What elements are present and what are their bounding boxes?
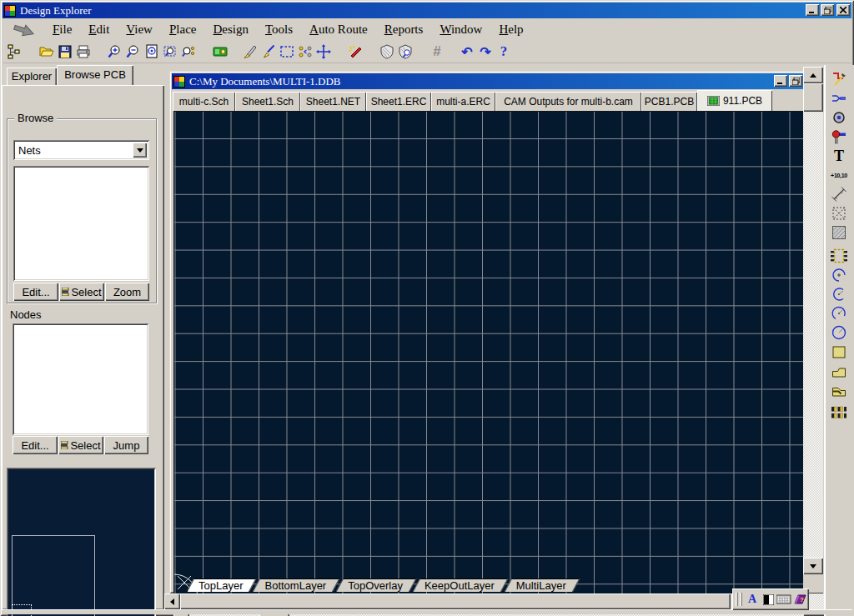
place-arc-edge-button[interactable] [828,267,850,283]
help-book-button[interactable]: ? [792,592,807,607]
menu-window[interactable]: Window [431,21,490,39]
place-room-button[interactable] [828,205,850,222]
redo-button[interactable]: ↷ [476,43,495,61]
board-preview-frame [7,468,156,616]
menu-file[interactable]: File [44,21,80,39]
scroll-left-button[interactable] [164,593,180,609]
menu-view[interactable]: View [118,21,161,39]
place-split-plane-button[interactable] [828,382,850,398]
place-track-button[interactable] [828,90,850,107]
nodes-select-button[interactable]: Select [58,436,103,454]
move-button[interactable] [314,43,333,61]
nodes-listbox[interactable] [13,323,148,435]
restore-button[interactable] [821,4,834,16]
update-library-button[interactable] [378,43,396,61]
layer-tab-bottomlayer[interactable]: BottomLayer [254,578,337,592]
file-tab-sheet1-net[interactable]: Sheet1.NET [300,92,366,111]
nodes-edit-button[interactable]: Edit... [13,436,58,454]
break-track-button[interactable] [259,43,278,61]
place-string-button[interactable]: T [828,148,850,164]
document-titlebar[interactable]: C:\My Documents\MULTI-1.DDB [172,73,821,89]
place-pad-button[interactable] [828,109,850,126]
file-tab-multi-a-erc[interactable]: multi-a.ERC [431,92,495,111]
nodes-jump-button[interactable]: Jump [104,436,148,454]
file-tab-sheet1-erc[interactable]: Sheet1.ERC [366,92,431,111]
contrast-toggle-button[interactable] [761,592,776,607]
explorer-panel-toggle-button[interactable] [6,43,24,61]
file-tab-multi-c-sch[interactable]: multi-c.Sch [173,92,235,111]
app-titlebar[interactable]: Design Explorer [3,3,851,18]
place-component-button[interactable] [828,248,850,264]
combo-dropdown-button[interactable] [133,143,147,158]
toolbar-grip-handle[interactable] [740,593,742,606]
toolbar-grip-handle[interactable] [736,593,738,606]
clear-selection-button[interactable] [296,43,314,61]
nets-listbox[interactable] [13,166,149,281]
menu-help[interactable]: Help [490,21,531,39]
place-fill-hatched-button[interactable] [828,224,850,241]
place-via-button[interactable] [828,128,850,145]
zoom-in-button[interactable] [106,43,124,61]
file-tab-sheet1-sch[interactable]: Sheet1.Sch [235,92,300,111]
pcb-editor-canvas[interactable] [173,111,804,598]
nets-edit-button[interactable]: Edit... [13,283,58,301]
document-file-tabs: multi-c.Sch Sheet1.Sch Sheet1.NET Sheet1… [173,90,821,111]
interactive-routing-button[interactable] [828,71,850,88]
place-arc-any-angle-button[interactable] [828,305,850,322]
text-mode-button[interactable]: A [745,592,760,607]
scroll-up-button[interactable] [803,67,823,83]
menu-grip-icon[interactable] [13,23,38,37]
browse-mode-combobox[interactable]: Nets [13,140,149,160]
place-dimension-button[interactable] [828,186,850,203]
place-polygon-plane-button[interactable] [828,363,850,379]
tab-explorer[interactable]: Explorer [7,68,57,85]
scroll-thumb[interactable] [180,593,731,609]
wizard-button[interactable] [346,43,364,61]
menu-design[interactable]: Design [204,21,257,39]
nets-select-button[interactable]: Select [59,283,104,301]
file-tab-cam-outputs[interactable]: CAM Outputs for multi-b.cam [495,92,641,111]
board-preview-minimap[interactable] [8,469,154,616]
nets-zoom-button[interactable]: Zoom [105,283,149,301]
browse-update-library-button[interactable] [396,43,414,61]
file-tab-911-pcb[interactable]: 911.PCB [697,90,772,111]
doc-minimize-button[interactable] [774,75,787,87]
place-full-circle-button[interactable] [828,324,850,341]
place-coordinate-button[interactable]: +10,10 [828,167,850,183]
menu-place[interactable]: Place [161,21,204,39]
knife-button[interactable] [241,43,259,61]
save-button[interactable] [56,43,74,61]
zoom-point-button[interactable] [179,43,198,61]
scroll-track[interactable] [803,83,823,558]
undo-button[interactable]: ↶ [458,43,476,61]
menu-reports[interactable]: Reports [376,21,432,39]
zoom-area-button[interactable] [161,43,179,61]
keyboard-shortcuts-button[interactable] [776,592,791,607]
place-pad-array-button[interactable] [828,404,850,421]
minimize-button[interactable] [806,4,819,16]
scroll-down-button[interactable] [803,558,823,574]
browse-library-button[interactable] [211,43,229,61]
menu-edit[interactable]: Edit [80,21,118,39]
open-document-button[interactable] [38,43,56,61]
zoom-document-button[interactable] [143,43,161,61]
browse-mode-value[interactable]: Nets [15,142,148,158]
close-button[interactable] [836,4,850,16]
select-area-button[interactable] [278,43,296,61]
zoom-out-button[interactable] [124,43,143,61]
doc-restore-button[interactable] [789,75,802,87]
toggle-grid-button[interactable]: # [428,43,446,61]
layer-tab-keepoutlayer[interactable]: KeepOutLayer [414,578,505,592]
menu-auto-route[interactable]: Auto Route [301,21,376,39]
scroll-thumb[interactable] [803,83,823,112]
help-button[interactable]: ? [495,43,513,61]
place-fill-button[interactable] [828,343,850,360]
tab-browse-pcb[interactable]: Browse PCB [57,65,133,85]
file-tab-pcb1-pcb[interactable]: PCB1.PCB [641,92,697,111]
layer-tab-multilayer[interactable]: MultiLayer [505,578,577,592]
menu-tools[interactable]: Tools [257,21,301,39]
layer-tab-toplayer[interactable]: TopLayer [188,578,254,592]
place-arc-center-button[interactable] [828,286,850,303]
print-button[interactable] [74,43,93,61]
layer-tab-topoverlay[interactable]: TopOverlay [337,578,414,592]
